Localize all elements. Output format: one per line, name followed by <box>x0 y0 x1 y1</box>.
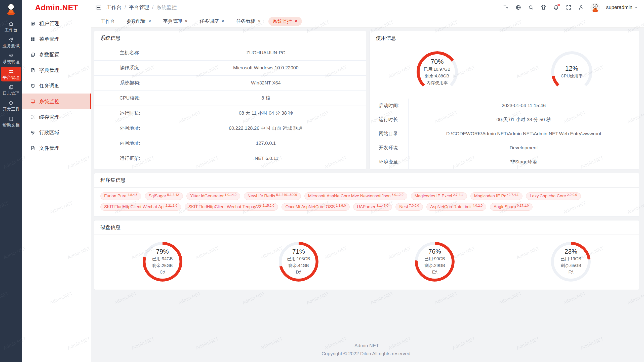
table-row: 运行框架:.NET 6.0.11 <box>94 151 366 166</box>
sidebar-item-file-mgmt[interactable]: 文件管理 <box>22 140 91 156</box>
tab-workbench[interactable]: 工作台 <box>96 17 119 26</box>
notifications-button[interactable] <box>553 4 559 11</box>
disk-name: D:\ <box>296 269 301 275</box>
user-menu[interactable]: superadmin <box>606 5 638 10</box>
tab-param-config[interactable]: 参数配置✕ <box>122 17 156 26</box>
font-size-button[interactable] <box>502 4 509 11</box>
tag-version: 1.1.9.0 <box>336 204 346 207</box>
gauge-free: 剩余:65GB <box>560 263 581 269</box>
assembly-tag: SKIT.FlurlHttpClient.Wechat.TenpayV32.15… <box>185 203 278 211</box>
tag-version: 6.0.12.0 <box>392 193 404 197</box>
table-row: 运行时长:08 天 11 小时 04 分 38 秒 <box>94 106 366 121</box>
rail-item-help-docs[interactable]: 帮助文档 <box>1 114 21 129</box>
close-tab-icon[interactable]: ✕ <box>184 19 188 23</box>
close-tab-icon[interactable]: ✕ <box>258 19 261 23</box>
assembly-tag: UAParser3.1.47.0 <box>353 203 392 211</box>
sidebar-item-menu-mgmt[interactable]: 菜单管理 <box>22 31 91 47</box>
tab-system-monitor[interactable]: 系统监控✕ <box>268 17 302 26</box>
row-value: Win32NT X64 <box>166 75 366 90</box>
sidebar-item-param-config[interactable]: 参数配置 <box>22 47 91 62</box>
tab-task-board[interactable]: 任务看板✕ <box>232 17 265 26</box>
sidebar-item-task-schedule[interactable]: 任务调度 <box>22 78 91 94</box>
row-label: 系统架构: <box>94 75 166 90</box>
tag-version: 4.0.2.0 <box>472 204 482 207</box>
usage-info-table: 启动时间:2023-01-04 11:15:46 运行时长:00 天 01 小时… <box>370 99 639 169</box>
breadcrumb-item-workbench[interactable]: 工作台 <box>106 4 122 11</box>
profile-button[interactable] <box>578 4 584 11</box>
tab-label: 系统监控 <box>273 18 292 25</box>
assembly-tag: OnceMi.AspNetCore.OSS1.1.9.0 <box>281 203 349 211</box>
sidebar-item-cache-mgmt[interactable]: 缓存管理 <box>22 109 91 125</box>
usage-info-card: 使用信息 70% 已用:10.97GB 剩余:4.88GB 内存使用率 <box>370 31 639 169</box>
avatar-mascot-icon <box>590 3 600 12</box>
row-value: ZUOHUAIJUN-PC <box>166 45 366 60</box>
table-row: 启动时间:2023-01-04 11:15:46 <box>370 99 639 113</box>
breadcrumb-item-platform[interactable]: 平台管理 <box>129 4 149 11</box>
home-icon <box>8 21 14 27</box>
tag-name: Furion.Pure <box>104 194 127 199</box>
system-info-table: 主机名称:ZUOHUAIJUN-PC 操作系统:Microsoft Window… <box>94 45 366 166</box>
sidebar-item-label: 行政区域 <box>39 129 59 136</box>
table-row: 操作系统:Microsoft Windows 10.0.22000 <box>94 60 366 75</box>
assembly-tag: Nest7.0.0.0 <box>395 203 423 211</box>
building-icon <box>30 21 35 26</box>
gear-icon <box>8 53 14 58</box>
tab-label: 任务调度 <box>200 18 219 25</box>
rail-item-platform-mgmt[interactable]: 平台管理 <box>1 67 21 81</box>
fullscreen-button[interactable] <box>565 4 572 11</box>
gauge-used: 已用:90GB <box>424 256 445 262</box>
sidebar-item-admin-region[interactable]: 行政区域 <box>22 125 91 140</box>
card-title: 系统信息 <box>94 31 366 45</box>
user-avatar[interactable] <box>590 3 600 12</box>
close-tab-icon[interactable]: ✕ <box>221 19 225 23</box>
gauge-free: 剩余:44GB <box>288 263 309 269</box>
logo-wordmark: Admin.NET <box>22 0 91 16</box>
system-info-card: 系统信息 主机名称:ZUOHUAIJUN-PC 操作系统:Microsoft W… <box>94 31 366 169</box>
tag-name: AngleSharp <box>494 204 516 209</box>
tab-dict-mgmt[interactable]: 字典管理✕ <box>159 17 192 26</box>
language-switch-button[interactable] <box>515 4 521 11</box>
disk-d-gauge: 71% 已用:105GB 剩余:44GB D:\ <box>279 242 318 282</box>
table-row: 运行时长:00 天 01 小时 38 分 50 秒 <box>370 113 639 127</box>
row-label: 开发环境: <box>370 141 408 155</box>
assembly-tag: Lazy.Captcha.Core2.0.0.0 <box>526 192 581 200</box>
sidebar-item-label: 任务调度 <box>39 82 59 89</box>
search-button[interactable] <box>528 4 534 11</box>
tab-label: 工作台 <box>101 18 115 25</box>
grid-icon <box>30 36 35 42</box>
assembly-tag: Magicodes.IE.Excel2.7.4.1 <box>411 192 467 200</box>
tag-version: 2.0.0.0 <box>567 193 577 197</box>
copy-docs-icon <box>8 84 14 90</box>
table-row: 环境变量:非Stage环境 <box>370 155 639 169</box>
sidebar-collapse-button[interactable] <box>95 4 102 11</box>
sidebar-item-system-monitor[interactable]: 系统监控 <box>22 94 91 109</box>
rail-item-workbench[interactable]: 工作台 <box>1 19 21 34</box>
assembly-tag: SKIT.FlurlHttpClient.Wechat.Api2.21.1.0 <box>100 203 181 211</box>
sidebar-item-label: 租户管理 <box>39 20 59 27</box>
rail-item-log-mgmt[interactable]: 日志管理 <box>1 82 21 97</box>
table-row: 外网地址:60.222.128.26 中国 山西 运城 联通 <box>94 121 366 136</box>
sidebar-item-dict-mgmt[interactable]: 字典管理 <box>22 62 91 78</box>
close-tab-icon[interactable]: ✕ <box>294 19 298 23</box>
tag-name: SKIT.FlurlHttpClient.Wechat.Api <box>104 204 165 209</box>
breadcrumb-item-current: 系统监控 <box>156 4 177 11</box>
footer-app-name: Admin.NET <box>94 343 639 348</box>
theme-button[interactable] <box>540 4 547 11</box>
rail-item-system-mgmt[interactable]: 系统管理 <box>1 51 21 66</box>
close-tab-icon[interactable]: ✕ <box>148 19 151 23</box>
rail-item-label: 日志管理 <box>3 91 20 96</box>
grid-icon <box>8 69 14 74</box>
collapse-menu-icon <box>95 4 102 11</box>
rail-item-label: 平台管理 <box>3 75 20 80</box>
gauge-free: 剩余:25GB <box>152 263 173 269</box>
rail-item-business-test[interactable]: 业务测试 <box>1 35 21 50</box>
row-value: 00 天 01 小时 38 分 50 秒 <box>408 113 639 127</box>
table-row: 系统架构:Win32NT X64 <box>94 75 366 90</box>
rail-item-dev-tools[interactable]: 开发工具 <box>1 98 21 113</box>
sidebar-item-tenant[interactable]: 租户管理 <box>22 16 91 31</box>
usage-gauges: 70% 已用:10.97GB 剩余:4.88GB 内存使用率 <box>370 45 639 99</box>
sidebar-item-label: 缓存管理 <box>39 114 59 120</box>
tag-name: Magicodes.IE.Excel <box>415 194 452 199</box>
breadcrumb-separator: / <box>152 5 154 10</box>
tab-task-schedule[interactable]: 任务调度✕ <box>195 17 229 26</box>
